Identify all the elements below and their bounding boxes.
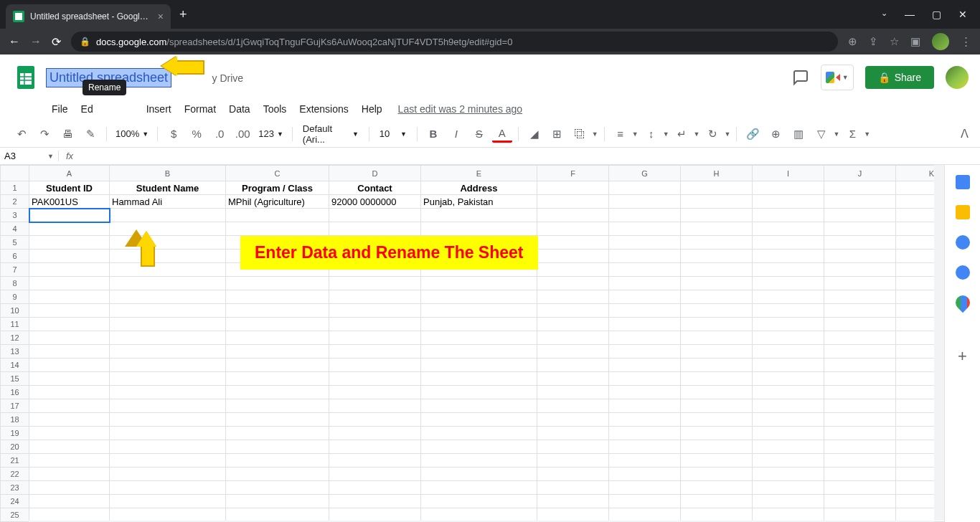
cell[interactable] xyxy=(824,495,896,508)
cell[interactable] xyxy=(226,331,329,345)
cell[interactable] xyxy=(329,290,421,304)
cell[interactable]: PAK001US xyxy=(29,195,110,209)
print-button[interactable]: 🖶 xyxy=(57,124,77,144)
cell[interactable] xyxy=(421,481,537,495)
row-header[interactable]: 15 xyxy=(1,372,29,386)
row-header[interactable]: 13 xyxy=(1,345,29,359)
select-all-corner[interactable] xyxy=(1,166,29,181)
cell[interactable] xyxy=(537,331,609,345)
cell[interactable] xyxy=(824,209,896,222)
cell[interactable] xyxy=(681,359,753,372)
row-header[interactable]: 2 xyxy=(1,195,29,209)
cell[interactable] xyxy=(29,318,110,331)
cell[interactable] xyxy=(537,386,609,399)
maximize-icon[interactable]: ▢ xyxy=(932,9,941,20)
cell[interactable] xyxy=(329,495,421,508)
cell[interactable] xyxy=(226,372,329,386)
cell[interactable] xyxy=(537,318,609,331)
wrap-button[interactable]: ↵ xyxy=(672,124,692,144)
cell[interactable] xyxy=(537,345,609,359)
cell[interactable] xyxy=(226,440,329,454)
chart-button[interactable]: ▥ xyxy=(788,124,809,144)
row-header[interactable]: 22 xyxy=(1,468,29,481)
cell[interactable]: Hammad Ali xyxy=(110,195,226,209)
cell[interactable] xyxy=(824,468,896,481)
cell[interactable] xyxy=(110,331,226,345)
contacts-icon[interactable] xyxy=(956,265,970,280)
link-button[interactable]: 🔗 xyxy=(743,124,763,144)
tasks-icon[interactable] xyxy=(956,235,970,250)
cell[interactable] xyxy=(753,508,824,522)
cell[interactable] xyxy=(537,481,609,495)
cell[interactable] xyxy=(753,345,824,359)
cell[interactable] xyxy=(537,440,609,454)
maps-icon[interactable] xyxy=(952,293,972,313)
cell[interactable] xyxy=(753,250,824,263)
cell[interactable] xyxy=(537,508,609,522)
cell[interactable]: Address xyxy=(421,181,537,195)
cell[interactable] xyxy=(329,277,421,290)
cell[interactable] xyxy=(537,468,609,481)
cell[interactable] xyxy=(110,290,226,304)
cell[interactable] xyxy=(226,454,329,468)
cell[interactable] xyxy=(609,209,681,222)
cell[interactable] xyxy=(681,209,753,222)
col-header[interactable]: G xyxy=(609,166,681,181)
row-header[interactable]: 14 xyxy=(1,359,29,372)
cell[interactable] xyxy=(29,454,110,468)
cell[interactable] xyxy=(329,427,421,440)
cell[interactable] xyxy=(753,331,824,345)
cell[interactable] xyxy=(537,359,609,372)
cell[interactable] xyxy=(226,468,329,481)
tab-close-icon[interactable]: × xyxy=(158,11,164,22)
menu-tools[interactable]: Tools xyxy=(258,102,293,116)
cell[interactable] xyxy=(824,345,896,359)
row-header[interactable]: 12 xyxy=(1,331,29,345)
v-align-button[interactable]: ↕ xyxy=(641,124,661,144)
currency-button[interactable]: $ xyxy=(164,124,184,144)
cell[interactable] xyxy=(681,427,753,440)
row-header[interactable]: 1 xyxy=(1,181,29,195)
cell[interactable] xyxy=(609,304,681,318)
cell[interactable] xyxy=(537,195,609,209)
redo-button[interactable]: ↷ xyxy=(34,124,55,144)
cell[interactable] xyxy=(609,427,681,440)
cell[interactable] xyxy=(609,440,681,454)
undo-button[interactable]: ↶ xyxy=(11,124,32,144)
cell[interactable] xyxy=(537,454,609,468)
font-size-dropdown[interactable]: 10▼ xyxy=(375,128,411,139)
cell[interactable] xyxy=(110,277,226,290)
font-dropdown[interactable]: Default (Ari...▼ xyxy=(298,123,363,145)
add-addon-icon[interactable]: + xyxy=(958,347,967,366)
cell[interactable] xyxy=(609,250,681,263)
comment-button[interactable]: ⊕ xyxy=(765,124,786,144)
cell[interactable] xyxy=(29,427,110,440)
cell[interactable] xyxy=(609,481,681,495)
col-header[interactable]: B xyxy=(110,166,226,181)
cell[interactable] xyxy=(753,236,824,250)
panel-icon[interactable]: ▣ xyxy=(910,35,920,48)
cell[interactable] xyxy=(29,495,110,508)
cell[interactable] xyxy=(110,318,226,331)
cell[interactable] xyxy=(421,399,537,413)
cell[interactable] xyxy=(609,345,681,359)
cell[interactable] xyxy=(681,277,753,290)
menu-extensions[interactable]: Extensions xyxy=(293,102,354,116)
cell[interactable] xyxy=(824,427,896,440)
cell[interactable] xyxy=(824,318,896,331)
paint-format-button[interactable]: ✎ xyxy=(80,124,100,144)
cell[interactable] xyxy=(609,468,681,481)
reload-button[interactable]: ⟳ xyxy=(52,35,61,49)
cell[interactable] xyxy=(537,236,609,250)
cell[interactable] xyxy=(681,304,753,318)
cell[interactable] xyxy=(609,277,681,290)
col-header[interactable]: C xyxy=(226,166,329,181)
cell[interactable] xyxy=(421,413,537,427)
cell[interactable] xyxy=(609,181,681,195)
cell[interactable] xyxy=(29,386,110,399)
percent-button[interactable]: % xyxy=(187,124,207,144)
cell[interactable] xyxy=(29,440,110,454)
cell[interactable] xyxy=(609,372,681,386)
cell[interactable] xyxy=(609,359,681,372)
col-header[interactable]: D xyxy=(329,166,421,181)
